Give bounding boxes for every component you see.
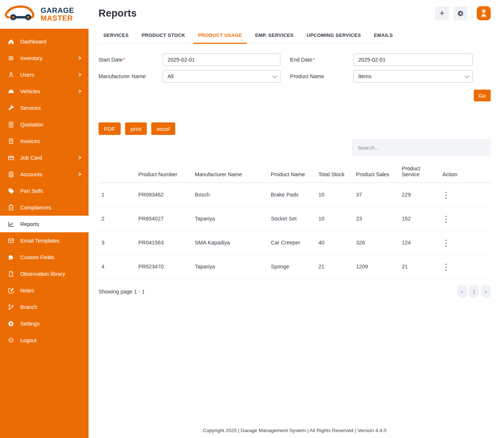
- sidebar-item-dashboard[interactable]: Dashboard: [0, 33, 89, 50]
- row-index: 3: [99, 231, 135, 255]
- add-button[interactable]: +: [435, 7, 449, 20]
- sidebar-item-label: Notes: [20, 288, 34, 293]
- sidebar-item-label: Part Sells: [20, 188, 43, 194]
- settings-button[interactable]: [453, 7, 467, 20]
- card-icon: [7, 154, 15, 161]
- gear-icon: [457, 10, 464, 17]
- pencil-square-icon: [7, 287, 15, 294]
- email-icon: [7, 237, 15, 244]
- gear-icon: [7, 320, 15, 327]
- clipboard-check-icon: [7, 204, 15, 211]
- product-name-cell: Socket Set: [268, 207, 315, 231]
- chevron-right-icon: >: [78, 88, 81, 95]
- product-number-cell: PR041563: [135, 231, 192, 255]
- sidebar-item-compliances[interactable]: Compliances: [0, 199, 89, 216]
- chevron-right-icon: >: [78, 171, 81, 178]
- sidebar-item-users[interactable]: Users>: [0, 66, 89, 83]
- product-name-cell: Sponge: [268, 255, 315, 279]
- manufacturer-label: Manufacturer Name: [99, 73, 163, 79]
- product-name-cell: Car Creeper: [268, 231, 315, 255]
- tab-upcoming-services[interactable]: UPCOMING SERVICES: [302, 28, 366, 44]
- pagination-controls: ‹ 1 ›: [457, 285, 491, 298]
- tab-emails[interactable]: EMAILS: [369, 28, 398, 44]
- sidebar-item-accounts[interactable]: Accounts>: [0, 166, 89, 182]
- sidebar-item-label: Settings: [20, 321, 39, 327]
- sidebar-item-custom-fields[interactable]: Custom Fields: [0, 249, 89, 265]
- row-actions-menu-button[interactable]: [442, 261, 450, 273]
- page-summary: Showing page 1 - 1: [99, 289, 145, 295]
- sidebar-item-label: Quotation: [20, 122, 44, 128]
- row-index: 1: [99, 183, 135, 207]
- sidebar-item-inventory[interactable]: Inventory>: [0, 50, 89, 66]
- sidebar: GARAGE MASTER Dashboard Inventory> Users…: [0, 0, 89, 438]
- sidebar-item-label: Job Card: [20, 155, 42, 161]
- chevron-right-icon: >: [78, 72, 81, 78]
- sidebar-item-observation-library[interactable]: Observation library: [0, 265, 89, 282]
- manufacturer-cell: Bosch: [192, 183, 268, 207]
- brand-name: GARAGE MASTER: [41, 7, 74, 22]
- sidebar-item-vehicles[interactable]: Vehicles>: [0, 83, 89, 100]
- col-product-service: Product Service: [399, 159, 439, 183]
- table-row: 3 PR041563 SMA Kapadiya Car Creeper 40 3…: [99, 231, 491, 255]
- product-sales-cell: 37: [353, 183, 399, 207]
- row-actions-menu-button[interactable]: [442, 237, 450, 249]
- col-product-number: Product Number: [135, 159, 192, 183]
- product-sales-cell: 23: [353, 207, 399, 231]
- tab-product-stock[interactable]: PRODUCT STOCK: [137, 28, 190, 44]
- page-number-button[interactable]: 1: [469, 285, 479, 298]
- product-number-cell: PR083462: [135, 183, 192, 207]
- search-row: [99, 139, 491, 156]
- sidebar-item-invoices[interactable]: Invoices: [0, 133, 89, 149]
- required-asterisk: *: [313, 57, 315, 63]
- tab-emp-services[interactable]: EMP. SERVICES: [250, 28, 298, 44]
- product-name-select[interactable]: Items: [353, 70, 473, 83]
- top-actions: +: [435, 6, 491, 20]
- manufacturer-cell: SMA Kapadiya: [192, 231, 268, 255]
- support-agent-icon: [479, 9, 488, 18]
- manufacturer-cell: Tapariya: [192, 255, 268, 279]
- row-actions-menu-button[interactable]: [442, 213, 450, 225]
- power-icon: [7, 337, 15, 344]
- sidebar-item-email-templates[interactable]: Email Templates: [0, 232, 89, 249]
- go-row: Go: [99, 90, 491, 101]
- sidebar-item-job-card[interactable]: Job Card>: [0, 149, 89, 166]
- chevron-down-icon: [272, 73, 277, 78]
- next-page-button[interactable]: ›: [481, 285, 491, 298]
- sidebar-item-quotation[interactable]: Quotation: [0, 116, 89, 133]
- product-usage-table: Product Number Manufacturer Name Product…: [99, 159, 491, 279]
- pdf-button[interactable]: PDF: [99, 122, 121, 135]
- required-asterisk: *: [123, 57, 125, 63]
- excel-button[interactable]: excel: [151, 122, 175, 135]
- sidebar-item-reports[interactable]: Reports: [0, 216, 89, 232]
- chart-line-icon: [7, 220, 15, 228]
- prev-page-button[interactable]: ‹: [457, 285, 467, 298]
- wrench-icon: [7, 104, 15, 112]
- product-number-cell: PR654027: [135, 207, 192, 231]
- brand-logo[interactable]: GARAGE MASTER: [0, 0, 89, 29]
- start-date-input[interactable]: [163, 53, 280, 66]
- sidebar-item-settings[interactable]: Settings: [0, 315, 89, 332]
- sidebar-item-notes[interactable]: Notes: [0, 282, 89, 299]
- table-row: 4 PR523470 Tapariya Sponge 21 1209 21: [99, 255, 491, 279]
- sidebar-item-logout[interactable]: Logout: [0, 332, 89, 348]
- row-actions-menu-button[interactable]: [442, 190, 450, 201]
- sidebar-item-label: Invoices: [20, 138, 40, 144]
- sidebar-item-part-sells[interactable]: Part Sells: [0, 182, 89, 199]
- profile-avatar-button[interactable]: [477, 6, 491, 20]
- sidebar-item-label: Users: [20, 72, 34, 78]
- sidebar-item-services[interactable]: Services: [0, 100, 89, 116]
- tab-product-usage[interactable]: PRODUCT USAGE: [193, 28, 247, 44]
- table-row: 1 PR083462 Bosch Brake Pads 10 37 229: [99, 183, 491, 207]
- go-button[interactable]: Go: [474, 90, 491, 101]
- col-total-stock: Total Stock: [315, 159, 353, 183]
- top-bar: Reports +: [99, 3, 491, 24]
- sidebar-item-label: Logout: [20, 337, 37, 343]
- total-stock-cell: 10: [315, 207, 353, 231]
- product-service-cell: 124: [399, 231, 439, 255]
- tab-services[interactable]: SERVICES: [99, 28, 134, 44]
- end-date-input[interactable]: [353, 53, 473, 66]
- manufacturer-select[interactable]: All: [163, 70, 280, 83]
- sidebar-item-branch[interactable]: Branch: [0, 299, 89, 315]
- search-input[interactable]: [352, 139, 491, 156]
- print-button[interactable]: print: [125, 122, 147, 135]
